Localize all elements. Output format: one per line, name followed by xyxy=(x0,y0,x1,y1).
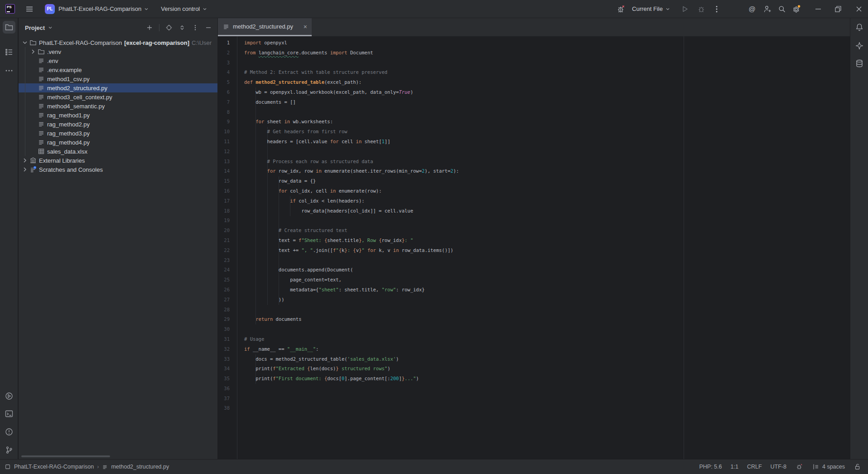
line-number[interactable]: 15 xyxy=(218,176,230,186)
panel-options-icon[interactable] xyxy=(192,24,199,31)
line-number[interactable]: 22 xyxy=(218,246,230,256)
line-number[interactable]: 31 xyxy=(218,334,230,344)
more-tool-windows-button[interactable] xyxy=(3,64,15,77)
problems-tool-button[interactable] xyxy=(3,426,15,438)
tree-item-rag-method1-py[interactable]: rag_method1.py xyxy=(19,111,217,120)
code-line-22[interactable]: 22 text += ", ".join([f"{k}: {v}" for k,… xyxy=(218,246,850,256)
tree-item-method4-semantic-py[interactable]: method4_semantic.py xyxy=(19,102,217,111)
chevron-right-icon[interactable] xyxy=(21,166,29,173)
code-line-17[interactable]: 17 if col_idx < len(headers): xyxy=(218,196,850,206)
code-line-30[interactable]: 30 xyxy=(218,324,850,334)
line-number[interactable]: 6 xyxy=(218,87,230,97)
code-line-13[interactable]: 13 # Process each row as structured data xyxy=(218,157,850,167)
tree-item-method2-structured-py[interactable]: method2_structured.py xyxy=(19,83,217,92)
run-button[interactable] xyxy=(680,5,690,14)
version-control-tool-button[interactable] xyxy=(3,444,15,456)
ai-chat-icon[interactable]: @ xyxy=(747,5,757,14)
line-number[interactable]: 30 xyxy=(218,324,230,334)
code-line-4[interactable]: 4# Method 2: Extract with table structur… xyxy=(218,68,850,77)
line-number[interactable]: 21 xyxy=(218,236,230,246)
minimize-button[interactable] xyxy=(814,5,823,14)
version-control-menu[interactable]: Version control xyxy=(161,5,200,12)
project-avatar[interactable]: PL xyxy=(45,4,55,14)
line-number[interactable]: 12 xyxy=(218,147,230,157)
tree-item-scratches-and-consoles[interactable]: Scratches and Consoles xyxy=(19,165,217,174)
restore-window-button[interactable] xyxy=(834,5,843,14)
line-number[interactable]: 17 xyxy=(218,196,230,206)
main-menu-icon[interactable] xyxy=(25,5,34,14)
code-line-34[interactable]: 34 print(f"Extracted {len(docs)} structu… xyxy=(218,364,850,374)
line-number[interactable]: 2 xyxy=(218,48,230,58)
line-number[interactable]: 37 xyxy=(218,394,230,404)
line-number[interactable]: 28 xyxy=(218,305,230,315)
code-line-20[interactable]: 20 # Create structured text xyxy=(218,226,850,236)
project-panel-title[interactable]: Project xyxy=(25,24,45,31)
code-line-38[interactable]: 38 xyxy=(218,403,850,413)
line-number[interactable]: 4 xyxy=(218,68,230,77)
horizontal-scrollbar-thumb[interactable] xyxy=(21,455,110,457)
encoding-widget[interactable]: UTF-8 xyxy=(771,464,786,470)
tree-item-method1-csv-py[interactable]: method1_csv.py xyxy=(19,74,217,83)
editor-tab-active[interactable]: method2_structured.py × xyxy=(218,18,312,36)
chevron-down-icon[interactable] xyxy=(21,39,29,46)
code-line-36[interactable]: 36 xyxy=(218,384,850,394)
close-window-button[interactable] xyxy=(854,5,863,14)
project-tool-button[interactable] xyxy=(3,21,15,34)
tab-close-icon[interactable]: × xyxy=(304,24,307,30)
line-number[interactable]: 11 xyxy=(218,137,230,147)
services-tool-button[interactable] xyxy=(3,390,15,402)
code-line-23[interactable]: 23 xyxy=(218,256,850,266)
line-number[interactable]: 23 xyxy=(218,256,230,266)
breadcrumb-file[interactable]: method2_structured.py xyxy=(111,464,169,470)
line-number[interactable]: 24 xyxy=(218,265,230,275)
code-line-27[interactable]: 27 )) xyxy=(218,295,850,305)
ai-assistant-icon[interactable] xyxy=(855,41,864,50)
tree-item-env-example[interactable]: .env.example xyxy=(19,65,217,74)
line-number[interactable]: 25 xyxy=(218,275,230,285)
run-configuration-select[interactable]: Current File xyxy=(632,5,663,12)
line-number[interactable]: 20 xyxy=(218,226,230,236)
line-number[interactable]: 29 xyxy=(218,314,230,324)
chevron-down-icon[interactable] xyxy=(665,6,670,12)
more-actions-icon[interactable] xyxy=(712,5,721,14)
line-number[interactable]: 5 xyxy=(218,77,230,87)
code-line-28[interactable]: 28 xyxy=(218,305,850,315)
line-separator-widget[interactable]: CRLF xyxy=(747,464,762,470)
code-line-15[interactable]: 15 row_data = {} xyxy=(218,176,850,186)
notifications-bell-icon[interactable] xyxy=(855,23,864,32)
tree-item-rag-method2-py[interactable]: rag_method2.py xyxy=(19,120,217,129)
tree-item-venv[interactable]: .venv xyxy=(19,47,217,56)
code-line-16[interactable]: 16 for col_idx, cell in enumerate(row): xyxy=(218,186,850,196)
search-everywhere-icon[interactable] xyxy=(777,5,786,14)
unlock-icon[interactable] xyxy=(854,463,862,471)
build-error-icon[interactable] xyxy=(617,5,626,14)
code-line-1[interactable]: 1import openpyxl xyxy=(218,38,850,48)
code-line-21[interactable]: 21 text = f"Sheet: {sheet.title}, Row {r… xyxy=(218,236,850,246)
code-line-25[interactable]: 25 page_content=text, xyxy=(218,275,850,285)
code-line-26[interactable]: 26 metadata={"sheet": sheet.title, "row"… xyxy=(218,285,850,295)
inspections-off-icon[interactable] xyxy=(795,463,803,471)
line-number[interactable]: 3 xyxy=(218,58,230,68)
structure-tool-button[interactable] xyxy=(3,46,15,58)
line-number[interactable]: 36 xyxy=(218,384,230,394)
tree-item-rag-method3-py[interactable]: rag_method3.py xyxy=(19,129,217,138)
php-version-widget[interactable]: PHP: 5.6 xyxy=(699,464,722,470)
code-line-5[interactable]: 5def method2_structured_table(excel_path… xyxy=(218,77,850,87)
terminal-tool-button[interactable] xyxy=(3,407,15,420)
code-line-9[interactable]: 9 for sheet in wb.worksheets: xyxy=(218,117,850,127)
tree-item-rag-method4-py[interactable]: rag_method4.py xyxy=(19,138,217,147)
collapse-all-icon[interactable] xyxy=(178,24,186,31)
code-line-3[interactable]: 3 xyxy=(218,58,850,68)
chevron-down-icon[interactable] xyxy=(48,25,53,30)
code-line-8[interactable]: 8 xyxy=(218,107,850,117)
line-number[interactable]: 10 xyxy=(218,127,230,137)
code-line-10[interactable]: 10 # Get headers from first row xyxy=(218,127,850,137)
code-line-2[interactable]: 2from langchain_core.documents import Do… xyxy=(218,48,850,58)
line-number[interactable]: 26 xyxy=(218,285,230,295)
tree-item-env[interactable]: .env xyxy=(19,56,217,65)
line-number[interactable]: 35 xyxy=(218,374,230,384)
locate-file-icon[interactable] xyxy=(165,24,173,31)
line-number[interactable]: 9 xyxy=(218,117,230,127)
line-number[interactable]: 19 xyxy=(218,216,230,226)
code-line-12[interactable]: 12 xyxy=(218,147,850,157)
